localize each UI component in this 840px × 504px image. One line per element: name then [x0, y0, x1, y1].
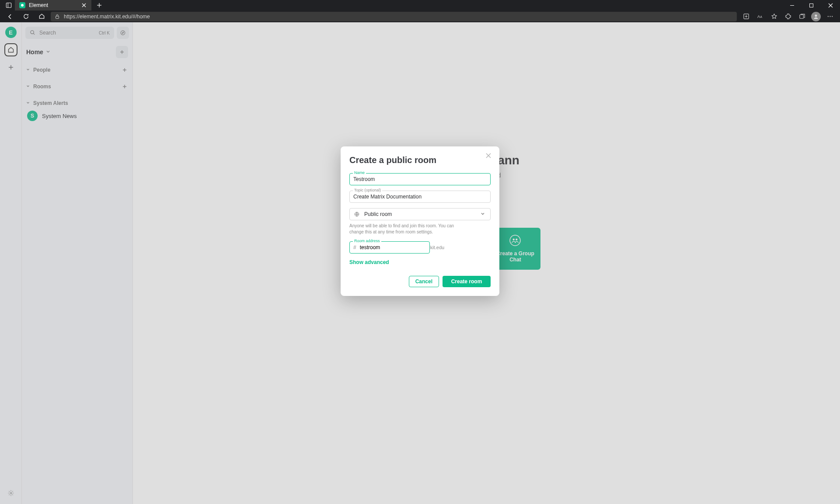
tab-strip: Element [0, 0, 840, 10]
address-box: # :kit.edu [349, 241, 430, 254]
chevron-down-icon [481, 212, 486, 217]
address-server: :kit.edu [429, 245, 444, 250]
text-size-icon[interactable]: AA [753, 10, 767, 22]
name-input[interactable] [349, 173, 491, 185]
favorites-icon[interactable] [767, 10, 781, 22]
cancel-button[interactable]: Cancel [409, 276, 439, 287]
topic-field-wrap: Topic (optional) [349, 191, 491, 203]
svg-point-19 [830, 16, 830, 17]
tab-close-button[interactable] [81, 2, 87, 8]
tab-title: Element [29, 2, 77, 8]
browser-tab[interactable]: Element [15, 0, 91, 10]
svg-rect-10 [56, 16, 59, 19]
modal-wrap: Create a public room Name Topic (optiona… [0, 22, 840, 504]
back-button[interactable] [3, 10, 17, 22]
more-menu-button[interactable] [823, 10, 837, 22]
modal-close-button[interactable] [485, 153, 493, 160]
minimize-button[interactable] [782, 0, 802, 10]
topic-input[interactable] [349, 191, 491, 203]
svg-text:A: A [760, 15, 762, 18]
browser-toolbar: https://element.matrix.kit.edu/#/home AA [0, 10, 840, 22]
globe-icon [354, 212, 360, 217]
address-field-label: Room address [353, 239, 381, 243]
window-controls [782, 0, 840, 10]
address-input[interactable] [360, 244, 425, 250]
lock-icon [54, 14, 60, 20]
url-text: https://element.matrix.kit.edu/#/home [64, 14, 733, 20]
name-field-wrap: Name [349, 173, 491, 185]
profile-avatar-icon [811, 12, 821, 21]
create-room-button[interactable]: Create room [443, 276, 491, 287]
svg-point-18 [827, 16, 828, 17]
name-field-label: Name [353, 170, 366, 175]
new-tab-button[interactable] [94, 0, 105, 10]
svg-rect-0 [6, 3, 11, 8]
visibility-description: Anyone will be able to find and join thi… [349, 223, 463, 235]
collections-icon[interactable] [795, 10, 809, 22]
toolbar-right-icons: AA [739, 10, 837, 22]
refresh-button[interactable] [19, 10, 32, 22]
close-window-button[interactable] [821, 0, 840, 10]
modal-actions: Cancel Create room [349, 276, 491, 287]
address-field-wrap: Room address # :kit.edu [349, 241, 430, 254]
home-button[interactable] [35, 10, 48, 22]
svg-rect-7 [809, 3, 813, 7]
modal-title: Create a public room [349, 155, 491, 165]
svg-point-17 [815, 14, 817, 17]
app-root: E Search Ctrl K Home [0, 22, 840, 504]
create-room-modal: Create a public room Name Topic (optiona… [341, 146, 499, 296]
app-install-icon[interactable] [739, 10, 753, 22]
maximize-button[interactable] [802, 0, 821, 10]
address-hash: # [353, 244, 356, 250]
topic-field-label: Topic (optional) [353, 188, 382, 192]
extensions-icon[interactable] [781, 10, 795, 22]
show-advanced-toggle[interactable]: Show advanced [349, 259, 389, 265]
tab-panel-button[interactable] [3, 0, 15, 10]
url-bar[interactable]: https://element.matrix.kit.edu/#/home [51, 12, 737, 21]
visibility-select[interactable]: Public room [349, 208, 491, 220]
svg-rect-16 [799, 15, 803, 18]
svg-point-20 [832, 16, 833, 17]
profile-button[interactable] [809, 10, 823, 22]
browser-chrome: Element https://element.matrix.kit.edu/#… [0, 0, 840, 22]
visibility-text: Public room [364, 211, 476, 217]
favicon-icon [19, 2, 25, 8]
